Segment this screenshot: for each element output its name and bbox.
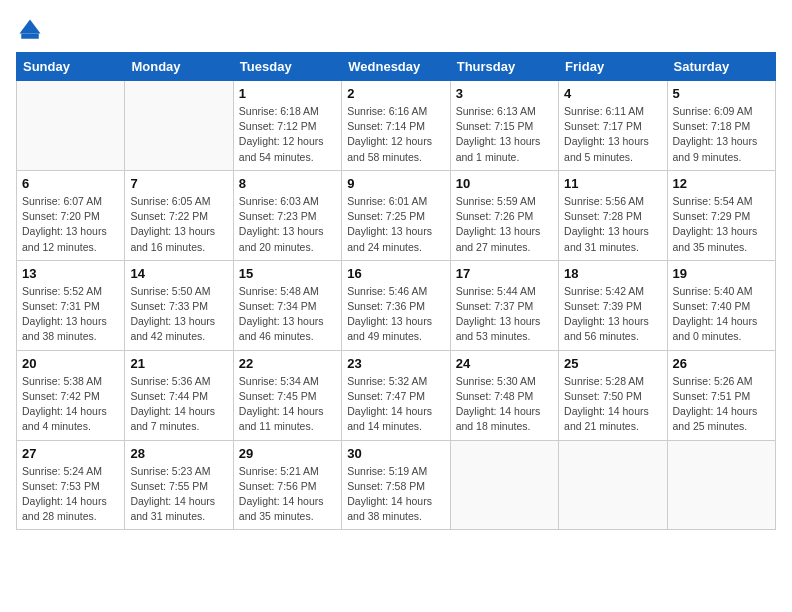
day-info: Sunrise: 6:03 AM Sunset: 7:23 PM Dayligh…	[239, 194, 336, 255]
day-number: 3	[456, 86, 553, 101]
calendar-cell: 13Sunrise: 5:52 AM Sunset: 7:31 PM Dayli…	[17, 260, 125, 350]
calendar-cell: 5Sunrise: 6:09 AM Sunset: 7:18 PM Daylig…	[667, 81, 775, 171]
calendar-cell: 19Sunrise: 5:40 AM Sunset: 7:40 PM Dayli…	[667, 260, 775, 350]
weekday-header-sunday: Sunday	[17, 53, 125, 81]
calendar-cell: 1Sunrise: 6:18 AM Sunset: 7:12 PM Daylig…	[233, 81, 341, 171]
weekday-header-wednesday: Wednesday	[342, 53, 450, 81]
day-info: Sunrise: 5:19 AM Sunset: 7:58 PM Dayligh…	[347, 464, 444, 525]
calendar-cell: 30Sunrise: 5:19 AM Sunset: 7:58 PM Dayli…	[342, 440, 450, 530]
calendar-cell	[17, 81, 125, 171]
calendar-cell: 25Sunrise: 5:28 AM Sunset: 7:50 PM Dayli…	[559, 350, 667, 440]
day-number: 16	[347, 266, 444, 281]
weekday-header-saturday: Saturday	[667, 53, 775, 81]
svg-marker-1	[20, 20, 41, 34]
day-number: 24	[456, 356, 553, 371]
day-number: 23	[347, 356, 444, 371]
weekday-header-monday: Monday	[125, 53, 233, 81]
logo	[16, 16, 48, 44]
calendar-week-4: 20Sunrise: 5:38 AM Sunset: 7:42 PM Dayli…	[17, 350, 776, 440]
calendar-table: SundayMondayTuesdayWednesdayThursdayFrid…	[16, 52, 776, 530]
day-info: Sunrise: 6:07 AM Sunset: 7:20 PM Dayligh…	[22, 194, 119, 255]
calendar-cell: 23Sunrise: 5:32 AM Sunset: 7:47 PM Dayli…	[342, 350, 450, 440]
calendar-body: 1Sunrise: 6:18 AM Sunset: 7:12 PM Daylig…	[17, 81, 776, 530]
day-number: 9	[347, 176, 444, 191]
calendar-cell: 18Sunrise: 5:42 AM Sunset: 7:39 PM Dayli…	[559, 260, 667, 350]
day-info: Sunrise: 5:23 AM Sunset: 7:55 PM Dayligh…	[130, 464, 227, 525]
weekday-header-tuesday: Tuesday	[233, 53, 341, 81]
day-number: 11	[564, 176, 661, 191]
day-number: 12	[673, 176, 770, 191]
day-number: 1	[239, 86, 336, 101]
day-info: Sunrise: 5:24 AM Sunset: 7:53 PM Dayligh…	[22, 464, 119, 525]
calendar-cell	[559, 440, 667, 530]
day-number: 26	[673, 356, 770, 371]
day-number: 29	[239, 446, 336, 461]
calendar-cell: 14Sunrise: 5:50 AM Sunset: 7:33 PM Dayli…	[125, 260, 233, 350]
calendar-cell: 15Sunrise: 5:48 AM Sunset: 7:34 PM Dayli…	[233, 260, 341, 350]
weekday-header-friday: Friday	[559, 53, 667, 81]
day-info: Sunrise: 6:05 AM Sunset: 7:22 PM Dayligh…	[130, 194, 227, 255]
calendar-cell: 21Sunrise: 5:36 AM Sunset: 7:44 PM Dayli…	[125, 350, 233, 440]
day-info: Sunrise: 5:48 AM Sunset: 7:34 PM Dayligh…	[239, 284, 336, 345]
calendar-cell: 3Sunrise: 6:13 AM Sunset: 7:15 PM Daylig…	[450, 81, 558, 171]
svg-rect-2	[21, 34, 39, 39]
calendar-cell: 26Sunrise: 5:26 AM Sunset: 7:51 PM Dayli…	[667, 350, 775, 440]
calendar-cell: 29Sunrise: 5:21 AM Sunset: 7:56 PM Dayli…	[233, 440, 341, 530]
calendar-cell: 8Sunrise: 6:03 AM Sunset: 7:23 PM Daylig…	[233, 170, 341, 260]
calendar-cell: 27Sunrise: 5:24 AM Sunset: 7:53 PM Dayli…	[17, 440, 125, 530]
day-number: 20	[22, 356, 119, 371]
calendar-header: SundayMondayTuesdayWednesdayThursdayFrid…	[17, 53, 776, 81]
calendar-week-5: 27Sunrise: 5:24 AM Sunset: 7:53 PM Dayli…	[17, 440, 776, 530]
calendar-cell: 12Sunrise: 5:54 AM Sunset: 7:29 PM Dayli…	[667, 170, 775, 260]
day-info: Sunrise: 6:18 AM Sunset: 7:12 PM Dayligh…	[239, 104, 336, 165]
day-number: 15	[239, 266, 336, 281]
day-number: 21	[130, 356, 227, 371]
page-header	[16, 16, 776, 44]
calendar-week-3: 13Sunrise: 5:52 AM Sunset: 7:31 PM Dayli…	[17, 260, 776, 350]
day-number: 8	[239, 176, 336, 191]
day-info: Sunrise: 5:32 AM Sunset: 7:47 PM Dayligh…	[347, 374, 444, 435]
calendar-cell	[125, 81, 233, 171]
calendar-week-1: 1Sunrise: 6:18 AM Sunset: 7:12 PM Daylig…	[17, 81, 776, 171]
day-info: Sunrise: 5:52 AM Sunset: 7:31 PM Dayligh…	[22, 284, 119, 345]
day-number: 14	[130, 266, 227, 281]
calendar-cell: 7Sunrise: 6:05 AM Sunset: 7:22 PM Daylig…	[125, 170, 233, 260]
day-number: 5	[673, 86, 770, 101]
calendar-cell: 4Sunrise: 6:11 AM Sunset: 7:17 PM Daylig…	[559, 81, 667, 171]
day-info: Sunrise: 6:01 AM Sunset: 7:25 PM Dayligh…	[347, 194, 444, 255]
day-info: Sunrise: 5:30 AM Sunset: 7:48 PM Dayligh…	[456, 374, 553, 435]
weekday-header-thursday: Thursday	[450, 53, 558, 81]
day-info: Sunrise: 5:21 AM Sunset: 7:56 PM Dayligh…	[239, 464, 336, 525]
day-info: Sunrise: 5:59 AM Sunset: 7:26 PM Dayligh…	[456, 194, 553, 255]
day-number: 17	[456, 266, 553, 281]
calendar-cell: 2Sunrise: 6:16 AM Sunset: 7:14 PM Daylig…	[342, 81, 450, 171]
weekday-header-row: SundayMondayTuesdayWednesdayThursdayFrid…	[17, 53, 776, 81]
day-info: Sunrise: 6:09 AM Sunset: 7:18 PM Dayligh…	[673, 104, 770, 165]
day-info: Sunrise: 5:44 AM Sunset: 7:37 PM Dayligh…	[456, 284, 553, 345]
day-number: 19	[673, 266, 770, 281]
day-info: Sunrise: 5:50 AM Sunset: 7:33 PM Dayligh…	[130, 284, 227, 345]
day-info: Sunrise: 5:46 AM Sunset: 7:36 PM Dayligh…	[347, 284, 444, 345]
day-number: 30	[347, 446, 444, 461]
day-info: Sunrise: 5:40 AM Sunset: 7:40 PM Dayligh…	[673, 284, 770, 345]
day-info: Sunrise: 5:42 AM Sunset: 7:39 PM Dayligh…	[564, 284, 661, 345]
calendar-cell: 22Sunrise: 5:34 AM Sunset: 7:45 PM Dayli…	[233, 350, 341, 440]
calendar-cell: 9Sunrise: 6:01 AM Sunset: 7:25 PM Daylig…	[342, 170, 450, 260]
day-number: 25	[564, 356, 661, 371]
day-number: 22	[239, 356, 336, 371]
calendar-week-2: 6Sunrise: 6:07 AM Sunset: 7:20 PM Daylig…	[17, 170, 776, 260]
calendar-cell: 16Sunrise: 5:46 AM Sunset: 7:36 PM Dayli…	[342, 260, 450, 350]
calendar-cell: 6Sunrise: 6:07 AM Sunset: 7:20 PM Daylig…	[17, 170, 125, 260]
calendar-cell: 28Sunrise: 5:23 AM Sunset: 7:55 PM Dayli…	[125, 440, 233, 530]
day-info: Sunrise: 5:26 AM Sunset: 7:51 PM Dayligh…	[673, 374, 770, 435]
day-info: Sunrise: 6:11 AM Sunset: 7:17 PM Dayligh…	[564, 104, 661, 165]
day-info: Sunrise: 5:36 AM Sunset: 7:44 PM Dayligh…	[130, 374, 227, 435]
day-number: 2	[347, 86, 444, 101]
day-info: Sunrise: 6:13 AM Sunset: 7:15 PM Dayligh…	[456, 104, 553, 165]
day-info: Sunrise: 5:54 AM Sunset: 7:29 PM Dayligh…	[673, 194, 770, 255]
day-info: Sunrise: 5:56 AM Sunset: 7:28 PM Dayligh…	[564, 194, 661, 255]
calendar-cell	[450, 440, 558, 530]
calendar-cell: 24Sunrise: 5:30 AM Sunset: 7:48 PM Dayli…	[450, 350, 558, 440]
calendar-cell: 17Sunrise: 5:44 AM Sunset: 7:37 PM Dayli…	[450, 260, 558, 350]
day-number: 10	[456, 176, 553, 191]
